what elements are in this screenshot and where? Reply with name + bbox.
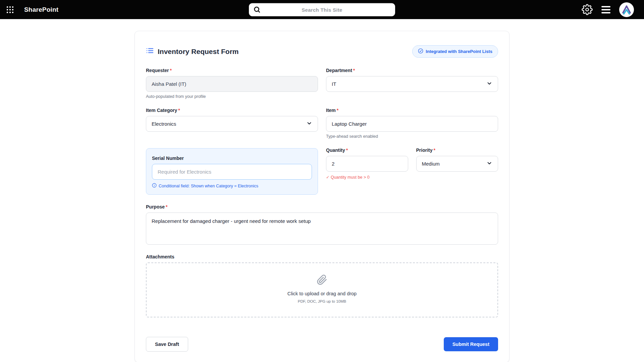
upload-hint: PDF, DOC, JPG up to 10MB	[147, 299, 497, 303]
integration-badge: Integrated with SharePoint Lists	[412, 45, 498, 58]
quantity-field-group: Quantity* ✓ Quantity must be > 0	[326, 147, 408, 180]
quantity-input[interactable]	[326, 156, 408, 172]
purpose-label: Purpose*	[146, 204, 498, 209]
purpose-field-group: Purpose* Replacement for damaged charger…	[146, 204, 498, 245]
requester-field-group: Requester* Auto-populated from your prof…	[146, 68, 318, 99]
hamburger-icon[interactable]	[601, 6, 610, 13]
item-label: Item*	[326, 108, 498, 113]
item-field-group: Item* Type-ahead search enabled	[326, 108, 498, 139]
attachments-label: Attachments	[146, 254, 498, 259]
item-input[interactable]	[326, 116, 498, 132]
save-draft-button[interactable]: Save Draft	[146, 337, 188, 352]
serial-number-input[interactable]	[152, 164, 312, 180]
chevron-down-icon	[306, 120, 312, 127]
quantity-label: Quantity*	[326, 147, 408, 153]
inventory-request-card: Inventory Request Form Integrated with S…	[135, 31, 509, 362]
submit-request-button[interactable]: Submit Request	[444, 337, 498, 351]
department-field-group: Department* IT	[326, 68, 498, 92]
item-category-select[interactable]: Electronics	[146, 116, 318, 132]
form-grid: Requester* Auto-populated from your prof…	[146, 68, 498, 195]
waffle-icon[interactable]	[6, 6, 14, 14]
conditional-note-text: Conditional field: Shown when Category =…	[159, 184, 258, 188]
item-helper: Type-ahead search enabled	[326, 134, 498, 139]
upload-text: Click to upload or drag and drop	[147, 291, 497, 296]
integration-badge-label: Integrated with SharePoint Lists	[426, 49, 492, 54]
list-icon	[146, 47, 154, 56]
serial-number-label: Serial Number	[152, 156, 312, 161]
chevron-down-icon	[486, 160, 492, 167]
purpose-textarea[interactable]: Replacement for damaged charger - urgent…	[146, 213, 498, 245]
item-category-value: Electronics	[152, 121, 176, 127]
check-circle-icon	[418, 48, 423, 55]
info-icon	[152, 183, 157, 189]
priority-label: Priority*	[416, 147, 498, 153]
site-search	[249, 3, 395, 16]
app-title: SharePoint	[24, 6, 58, 13]
form-actions: Save Draft Submit Request	[146, 337, 498, 352]
requester-helper: Auto-populated from your profile	[146, 94, 318, 99]
department-value: IT	[332, 81, 336, 87]
quantity-priority-row: Quantity* ✓ Quantity must be > 0 Priorit…	[326, 147, 498, 180]
quantity-validation: ✓ Quantity must be > 0	[326, 175, 408, 180]
topbar-actions	[582, 2, 634, 17]
item-category-field-group: Item Category* Electronics	[146, 108, 318, 132]
requester-label: Requester*	[146, 68, 318, 73]
department-label: Department*	[326, 68, 498, 73]
attachments-dropzone[interactable]: Click to upload or drag and drop PDF, DO…	[146, 262, 498, 317]
department-select[interactable]: IT	[326, 76, 498, 92]
topbar: SharePoint	[0, 0, 644, 19]
priority-field-group: Priority* Medium	[416, 147, 498, 172]
conditional-note: Conditional field: Shown when Category =…	[152, 183, 312, 189]
gear-icon[interactable]	[582, 4, 593, 15]
serial-number-conditional-box: Serial Number Conditional field: Shown w…	[146, 148, 318, 195]
page-title: Inventory Request Form	[146, 47, 239, 56]
item-category-label: Item Category*	[146, 108, 318, 113]
requester-input	[146, 76, 318, 92]
priority-select[interactable]: Medium	[416, 156, 498, 172]
card-header: Inventory Request Form Integrated with S…	[146, 45, 498, 58]
search-input[interactable]	[249, 3, 395, 16]
attachments-field-group: Attachments Click to upload or drag and …	[146, 254, 498, 317]
page-title-text: Inventory Request Form	[158, 48, 239, 56]
avatar[interactable]	[619, 2, 634, 17]
paperclip-icon	[317, 281, 327, 286]
chevron-down-icon	[486, 80, 492, 87]
priority-value: Medium	[422, 161, 440, 167]
